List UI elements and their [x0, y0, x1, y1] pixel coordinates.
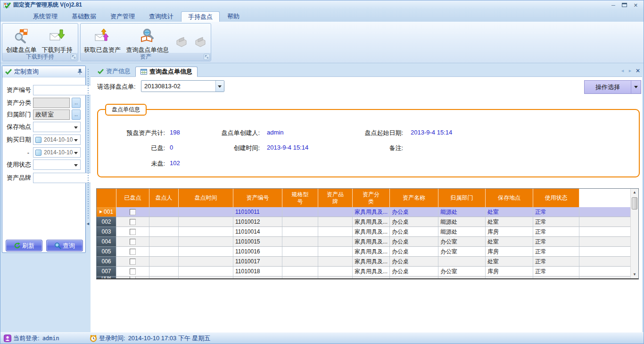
table-cell[interactable]: [282, 237, 318, 246]
table-cell[interactable]: [318, 277, 353, 278]
purchase-date-to-combo[interactable]: 2014-10-10: [33, 147, 81, 158]
get-counted-assets-button[interactable]: 获取已盘资产: [82, 25, 123, 54]
table-cell[interactable]: [149, 247, 179, 256]
table-cell[interactable]: 办公室: [438, 277, 486, 278]
table-cell[interactable]: [282, 277, 318, 278]
menu-tab-basedata[interactable]: 基础数据: [65, 11, 103, 22]
table-row[interactable]: 00611010017家具用具及...办公桌处室正常: [97, 257, 630, 267]
table-cell[interactable]: [149, 277, 179, 278]
grid-column-header[interactable]: 归属部门: [438, 189, 486, 207]
table-cell[interactable]: 处室: [486, 257, 533, 266]
table-cell[interactable]: [318, 267, 353, 276]
menu-tab-handheld-count[interactable]: 手持盘点: [181, 11, 220, 22]
counted-checkbox[interactable]: [130, 209, 136, 215]
minimize-button[interactable]: ─: [611, 3, 615, 8]
table-cell[interactable]: 办公室: [438, 237, 486, 246]
row-number-cell[interactable]: 004: [97, 237, 116, 247]
action-dropdown-button[interactable]: [631, 86, 641, 88]
download-to-handheld-button[interactable]: 下载到手持: [39, 25, 75, 54]
table-cell[interactable]: 能源处: [438, 227, 486, 236]
counted-checkbox[interactable]: [130, 268, 136, 275]
table-cell[interactable]: [149, 217, 179, 227]
table-cell[interactable]: 家具用具及...: [353, 267, 390, 276]
grid-column-header[interactable]: 已盘点: [116, 189, 149, 207]
purchase-date-from-combo[interactable]: 2014-10-10: [33, 134, 81, 145]
tab-scroll-left-icon[interactable]: ◄: [620, 68, 625, 73]
grid-column-header[interactable]: 资产品 牌: [318, 189, 353, 207]
table-cell[interactable]: 库房: [486, 267, 533, 276]
table-cell[interactable]: [282, 217, 318, 227]
table-cell[interactable]: [149, 237, 179, 246]
table-cell[interactable]: [282, 257, 318, 266]
restore-button[interactable]: [622, 3, 627, 7]
row-number-cell[interactable]: 008: [97, 277, 116, 278]
row-number-cell[interactable]: 007: [97, 267, 116, 277]
table-cell[interactable]: [179, 257, 233, 266]
table-cell[interactable]: 家具用具及...: [353, 247, 390, 256]
table-cell[interactable]: [438, 257, 486, 266]
table-cell[interactable]: [179, 207, 233, 217]
grid-vertical-scrollbar[interactable]: ▲ ▼: [630, 189, 638, 278]
table-cell[interactable]: 正常: [533, 277, 579, 278]
inventory-sheet-combo[interactable]: 20130813-02: [141, 80, 224, 92]
table-cell[interactable]: 正常: [533, 227, 579, 236]
table-cell[interactable]: 11010012: [233, 217, 282, 227]
table-cell[interactable]: [179, 247, 233, 256]
storage-location-combo[interactable]: [33, 122, 81, 132]
tab-query-inventory-info[interactable]: 查询盘点单信息: [135, 67, 198, 77]
table-cell[interactable]: 办公桌: [390, 217, 438, 227]
table-cell[interactable]: [318, 217, 353, 227]
grid-column-header[interactable]: 资产名称: [390, 189, 438, 207]
table-cell[interactable]: [318, 247, 353, 256]
table-cell[interactable]: [318, 207, 353, 217]
table-cell[interactable]: 办公桌: [390, 227, 438, 236]
menu-tab-system[interactable]: 系统管理: [26, 11, 64, 22]
row-number-cell[interactable]: ▶001: [97, 207, 116, 217]
grid-column-header[interactable]: 盘点时间: [179, 189, 233, 207]
query-inventory-info-button[interactable]: 查询盘点单信息: [123, 25, 172, 54]
group-dialog-launcher-icon[interactable]: [204, 54, 210, 60]
grid-column-header[interactable]: 使用状态: [533, 189, 579, 207]
table-cell[interactable]: [179, 267, 233, 276]
grid-column-header[interactable]: 资产编号: [233, 189, 282, 207]
row-number-cell[interactable]: 002: [97, 217, 116, 227]
table-cell[interactable]: 11010015: [233, 237, 282, 246]
table-cell[interactable]: 办公室: [438, 267, 486, 276]
table-cell[interactable]: 家具用具及...: [353, 257, 390, 266]
scroll-down-icon[interactable]: ▼: [631, 271, 638, 278]
grid-column-header[interactable]: 盘点人: [149, 189, 179, 207]
table-cell[interactable]: 库房: [486, 247, 533, 256]
table-row[interactable]: 00711010018家具用具及...办公桌办公室库房正常: [97, 267, 630, 277]
row-number-cell[interactable]: 005: [97, 247, 116, 257]
scrollbar-thumb[interactable]: [632, 197, 637, 210]
table-cell[interactable]: [318, 227, 353, 236]
table-row[interactable]: ▶00111010011家具用具及...办公桌能源处处室正常: [97, 207, 630, 217]
menu-tab-help[interactable]: 帮助: [221, 11, 246, 22]
grid-column-header[interactable]: 资产分 类: [353, 189, 390, 207]
scroll-up-icon[interactable]: ▲: [631, 189, 638, 196]
combo-dropdown-button[interactable]: [215, 81, 224, 92]
close-button[interactable]: ✕: [634, 3, 638, 8]
grid-corner-cell[interactable]: [97, 189, 116, 207]
table-cell[interactable]: 处室: [486, 237, 533, 246]
tab-scroll-right-icon[interactable]: ►: [628, 68, 632, 73]
table-cell[interactable]: 11010014: [233, 227, 282, 236]
table-cell[interactable]: [282, 247, 318, 256]
table-cell[interactable]: [149, 227, 179, 236]
table-cell[interactable]: 库房: [486, 227, 533, 236]
table-cell[interactable]: 11010017: [233, 257, 282, 266]
table-cell[interactable]: [282, 267, 318, 276]
table-cell[interactable]: [179, 277, 233, 278]
table-cell[interactable]: 家具用具及...: [353, 217, 390, 227]
table-cell[interactable]: [318, 257, 353, 266]
date-enable-checkbox[interactable]: [35, 137, 41, 143]
counted-checkbox[interactable]: [130, 277, 136, 278]
table-cell[interactable]: [179, 237, 233, 246]
table-cell[interactable]: 11010016: [233, 247, 282, 256]
counted-checkbox[interactable]: [130, 219, 136, 225]
action-select-button[interactable]: 操作选择: [584, 80, 641, 94]
table-cell[interactable]: 11010011: [233, 207, 282, 217]
table-cell[interactable]: 正常: [533, 217, 579, 227]
row-number-cell[interactable]: 006: [97, 257, 116, 267]
table-cell[interactable]: [282, 227, 318, 236]
